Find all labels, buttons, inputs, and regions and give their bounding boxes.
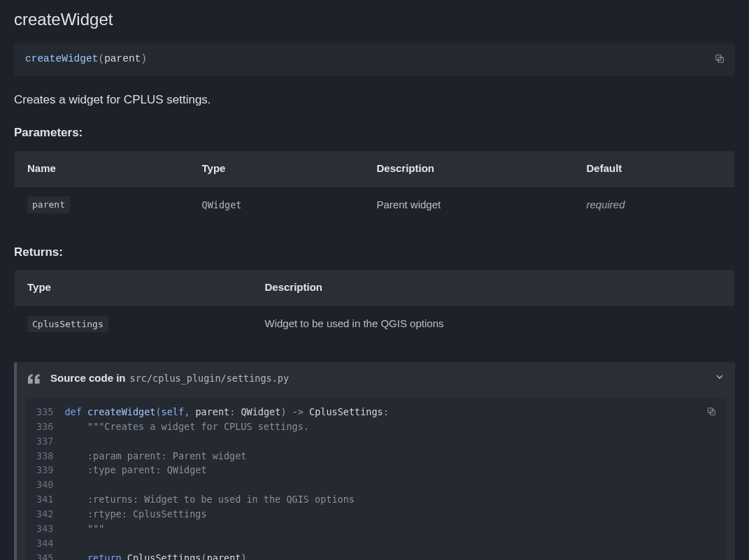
params-header-default: Default (574, 150, 735, 187)
source-header[interactable]: Source code in src/cplus_plugin/settings… (17, 362, 735, 395)
returns-header-description: Description (252, 270, 735, 306)
returns-table: Type Description CplusSettings Widget to… (14, 269, 735, 343)
table-row: CplusSettings Widget to be used in the Q… (15, 306, 735, 343)
page-title: createWidget (14, 7, 735, 32)
source-code: 335 336 337 338 339 340 341 342 343 344 … (27, 398, 725, 560)
signature-arg: parent (104, 53, 141, 64)
param-type: QWidget (202, 199, 242, 210)
source-path: src/cplus_plugin/settings.py (130, 371, 290, 385)
parameters-heading: Parameters: (14, 124, 735, 142)
source-label: Source code in (50, 371, 126, 387)
params-header-type: Type (190, 150, 364, 187)
line-numbers: 335 336 337 338 339 340 341 342 343 344 … (27, 398, 60, 560)
copy-icon[interactable] (711, 50, 728, 67)
return-type: CplusSettings (27, 316, 108, 333)
parameters-table: Name Type Description Default parent QWi… (14, 150, 735, 224)
returns-header-type: Type (15, 270, 252, 306)
description-text: Creates a widget for CPLUS settings. (14, 91, 735, 109)
source-block: Source code in src/cplus_plugin/settings… (14, 362, 735, 560)
returns-heading: Returns: (14, 243, 735, 261)
return-description: Widget to be used in the QGIS options (252, 306, 735, 343)
quote-icon (28, 374, 41, 384)
params-header-name: Name (15, 150, 190, 187)
param-name: parent (27, 196, 70, 213)
param-default: required (587, 199, 625, 210)
table-row: parent QWidget Parent widget required (15, 187, 735, 224)
param-description: Parent widget (364, 187, 574, 224)
signature-func: createWidget (25, 53, 98, 64)
signature-close: ) (141, 53, 147, 64)
copy-icon[interactable] (703, 403, 720, 420)
code-lines: def createWidget(self, parent: QWidget) … (60, 398, 398, 560)
params-header-description: Description (364, 150, 574, 187)
chevron-down-icon[interactable] (714, 371, 725, 387)
signature-block: createWidget(parent) (14, 43, 735, 76)
signature-open: ( (98, 53, 104, 64)
